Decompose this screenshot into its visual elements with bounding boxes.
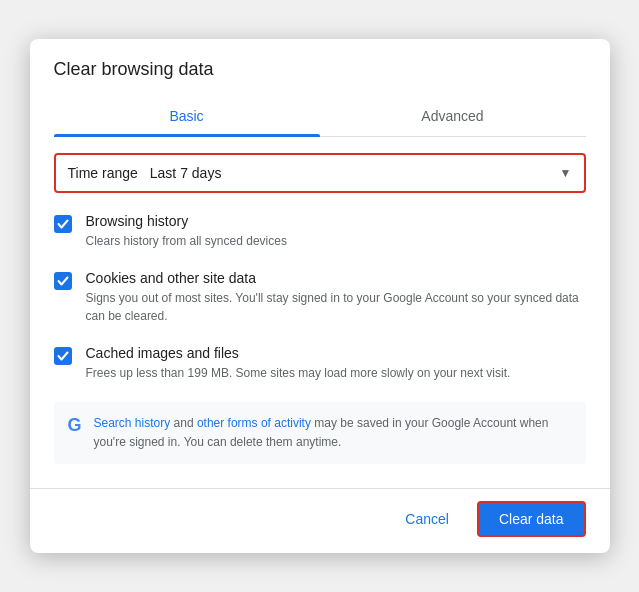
- search-history-link[interactable]: Search history: [94, 416, 171, 430]
- dialog-footer: Cancel Clear data: [30, 488, 610, 553]
- cancel-button[interactable]: Cancel: [385, 501, 469, 537]
- option-cookies: Cookies and other site data Signs you ou…: [54, 270, 586, 325]
- option-browsing-history: Browsing history Clears history from all…: [54, 213, 586, 250]
- dialog-header: Clear browsing data Basic Advanced: [30, 39, 610, 137]
- time-range-label: Time range: [68, 165, 138, 181]
- dialog-body: Time range Last hour Last 24 hours Last …: [30, 137, 610, 488]
- info-banner: G Search history and other forms of acti…: [54, 402, 586, 464]
- checkbox-browsing-history[interactable]: [54, 215, 72, 233]
- time-range-row: Time range Last hour Last 24 hours Last …: [54, 153, 586, 193]
- tab-basic[interactable]: Basic: [54, 96, 320, 136]
- checkbox-cookies[interactable]: [54, 272, 72, 290]
- option-browsing-history-title: Browsing history: [86, 213, 586, 229]
- clear-browsing-data-dialog: Clear browsing data Basic Advanced Time …: [30, 39, 610, 553]
- info-text-middle: and: [174, 416, 197, 430]
- option-browsing-history-desc: Clears history from all synced devices: [86, 232, 586, 250]
- google-g-icon: G: [68, 415, 82, 436]
- option-cache-title: Cached images and files: [86, 345, 586, 361]
- tab-bar: Basic Advanced: [54, 96, 586, 137]
- time-range-select[interactable]: Last hour Last 24 hours Last 7 days Last…: [150, 165, 560, 181]
- clear-data-button[interactable]: Clear data: [477, 501, 586, 537]
- other-forms-link[interactable]: other forms of activity: [197, 416, 311, 430]
- tab-advanced[interactable]: Advanced: [320, 96, 586, 136]
- info-banner-text: Search history and other forms of activi…: [94, 414, 572, 452]
- dialog-title: Clear browsing data: [54, 59, 586, 80]
- option-cache-desc: Frees up less than 199 MB. Some sites ma…: [86, 364, 586, 382]
- option-cookies-desc: Signs you out of most sites. You'll stay…: [86, 289, 586, 325]
- option-cache: Cached images and files Frees up less th…: [54, 345, 586, 382]
- checkbox-cache[interactable]: [54, 347, 72, 365]
- option-cookies-title: Cookies and other site data: [86, 270, 586, 286]
- dropdown-arrow-icon: ▼: [560, 166, 572, 180]
